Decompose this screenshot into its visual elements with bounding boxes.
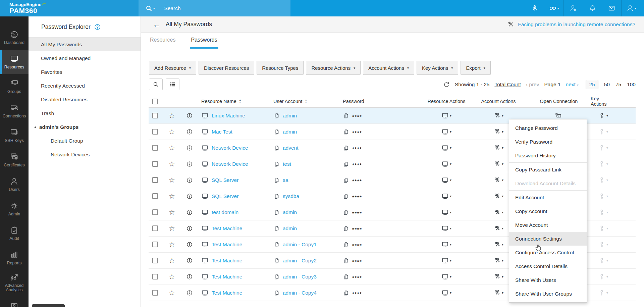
resource-actions-button[interactable]: ▾ xyxy=(441,209,451,216)
resource-actions-button[interactable]: ▾ xyxy=(441,144,451,152)
row-checkbox[interactable] xyxy=(152,242,158,247)
user-account-link[interactable]: test xyxy=(283,161,291,167)
sidebar-item-groups[interactable]: Groups xyxy=(0,74,29,99)
resource-name-link[interactable]: SQL Server xyxy=(212,193,238,199)
explorer-item-network-devices[interactable]: Network Devices xyxy=(29,148,141,161)
copy-password-icon[interactable] xyxy=(343,290,349,296)
copy-password-icon[interactable] xyxy=(343,177,349,183)
resource-actions-button[interactable]: ▾ xyxy=(441,225,451,232)
user-account-link[interactable]: admin xyxy=(283,225,297,232)
info-icon[interactable] xyxy=(183,209,193,216)
account-actions-button[interactable]: ▾ xyxy=(493,257,503,264)
row-checkbox[interactable] xyxy=(152,290,158,296)
resource-actions-button[interactable]: ▾ xyxy=(441,257,451,264)
copy-account-icon[interactable] xyxy=(273,273,280,280)
copy-account-icon[interactable] xyxy=(273,145,280,151)
copy-account-icon[interactable] xyxy=(273,193,280,199)
info-icon[interactable] xyxy=(183,225,193,232)
account-actions-button[interactable]: ▾ xyxy=(493,193,503,200)
brand-logo[interactable]: ManageEngine PAM360 xyxy=(0,0,139,16)
account-actions-button[interactable]: ▾ xyxy=(493,128,503,136)
favorite-star-icon[interactable]: ☆ xyxy=(163,273,175,281)
menu-item-password-history[interactable]: Password History xyxy=(509,149,587,162)
resource-actions-button[interactable]: ▾ xyxy=(441,289,451,297)
row-checkbox[interactable] xyxy=(152,129,158,135)
copy-account-icon[interactable] xyxy=(273,257,280,264)
resource-name-link[interactable]: SQL Server xyxy=(212,177,238,183)
user-account-link[interactable]: admin - Copy2 xyxy=(283,258,317,264)
copy-account-icon[interactable] xyxy=(273,177,280,183)
key-actions-button[interactable]: ▾ xyxy=(598,273,608,280)
menu-item-copy-passcard-link[interactable]: Copy Passcard Link xyxy=(509,163,587,176)
info-icon[interactable] xyxy=(183,161,193,167)
page-size-50[interactable]: 50 xyxy=(604,82,610,88)
sort-icon[interactable]: ▲▼ xyxy=(305,99,307,104)
tree-expander-icon[interactable] xyxy=(34,126,36,128)
menu-item-verify-password[interactable]: Verify Password xyxy=(509,135,587,149)
menu-item-share-with-users[interactable]: Share With Users xyxy=(509,273,587,287)
account-actions-button[interactable]: ▾ xyxy=(493,209,503,216)
account-actions-button[interactable]: ▾ xyxy=(493,273,503,280)
resource-actions-button[interactable]: ▾ xyxy=(441,128,451,136)
copy-password-icon[interactable] xyxy=(343,193,349,199)
user-account-link[interactable]: admin xyxy=(283,113,297,119)
explorer-item-all-my-passwords[interactable]: All My Passwords xyxy=(29,38,141,51)
resource-name-link[interactable]: Network Device xyxy=(212,145,248,151)
user-account-link[interactable]: admin xyxy=(283,129,297,135)
favorite-star-icon[interactable]: ☆ xyxy=(163,224,175,233)
key-actions-button[interactable]: ▾ xyxy=(598,112,608,119)
column-resource-name[interactable]: Resource Name ▲▼ xyxy=(198,95,270,107)
table-search-button[interactable] xyxy=(149,79,163,90)
next-page-button[interactable]: next › xyxy=(566,82,579,88)
copy-password-icon[interactable] xyxy=(343,273,349,280)
row-checkbox[interactable] xyxy=(152,274,158,279)
copy-account-icon[interactable] xyxy=(273,161,280,167)
explorer-item-disabled-resources[interactable]: Disabled Resources xyxy=(29,93,141,106)
sidebar-item-reports[interactable]: Reports xyxy=(0,246,29,270)
copy-password-icon[interactable] xyxy=(343,241,349,248)
info-icon[interactable] xyxy=(183,241,193,248)
key-actions-button[interactable]: ▾ xyxy=(598,160,608,168)
copy-password-icon[interactable] xyxy=(343,161,349,167)
explorer-item-default-group[interactable]: Default Group xyxy=(29,134,141,148)
row-checkbox[interactable] xyxy=(152,113,158,118)
copy-password-icon[interactable] xyxy=(343,225,349,232)
sidebar-item-connections[interactable]: Connections xyxy=(0,99,29,123)
favorite-star-icon[interactable]: ☆ xyxy=(163,128,175,136)
key-actions-button[interactable]: ▾ xyxy=(598,176,608,184)
search-input[interactable]: Search xyxy=(164,5,181,11)
copy-account-icon[interactable] xyxy=(273,209,280,215)
key-actions-button[interactable]: Key Actions▾ xyxy=(417,61,458,75)
copy-password-icon[interactable] xyxy=(343,145,349,151)
info-icon[interactable] xyxy=(183,112,193,119)
account-actions-button[interactable]: ▾ xyxy=(493,160,503,168)
explorer-item-favorites[interactable]: Favorites xyxy=(29,65,141,79)
row-checkbox[interactable] xyxy=(152,193,158,199)
add-resource-button[interactable]: Add Resource▾ xyxy=(149,61,196,75)
explorer-item-recently-accessed[interactable]: Recently Accessed xyxy=(29,79,141,93)
user-account-link[interactable]: sysdba xyxy=(283,193,299,199)
open-connection-button[interactable] xyxy=(555,112,563,120)
remote-connection-help-link[interactable]: Facing problems in launching remote conn… xyxy=(518,21,635,28)
rocket-icon[interactable] xyxy=(525,0,544,16)
key-actions-button[interactable]: ▾ xyxy=(598,241,608,248)
key-actions-button[interactable]: ▾ xyxy=(598,209,608,216)
resource-actions-button[interactable]: Resource Actions▾ xyxy=(306,61,361,75)
favorite-star-icon[interactable]: ☆ xyxy=(163,176,175,184)
row-checkbox[interactable] xyxy=(152,177,158,183)
account-actions-button[interactable]: ▾ xyxy=(493,241,503,248)
favorite-star-icon[interactable]: ☆ xyxy=(163,257,175,265)
profile-icon[interactable]: ▾ xyxy=(622,0,641,16)
explorer-item-owned-and-managed[interactable]: Owned and Managed xyxy=(29,51,141,65)
resource-name-link[interactable]: Test Machine xyxy=(212,290,242,296)
tab-passwords[interactable]: Passwords xyxy=(190,33,218,49)
copy-account-icon[interactable] xyxy=(273,290,280,296)
key-actions-button[interactable]: ▾ xyxy=(598,144,608,152)
row-checkbox[interactable] xyxy=(152,209,158,215)
key-actions-button[interactable]: ▾ xyxy=(598,193,608,200)
favorite-star-icon[interactable]: ☆ xyxy=(163,208,175,216)
resource-name-link[interactable]: Network Device xyxy=(212,161,248,167)
resource-name-link[interactable]: Test Machine xyxy=(212,225,242,232)
row-checkbox[interactable] xyxy=(152,145,158,151)
resource-actions-button[interactable]: ▾ xyxy=(441,160,451,168)
